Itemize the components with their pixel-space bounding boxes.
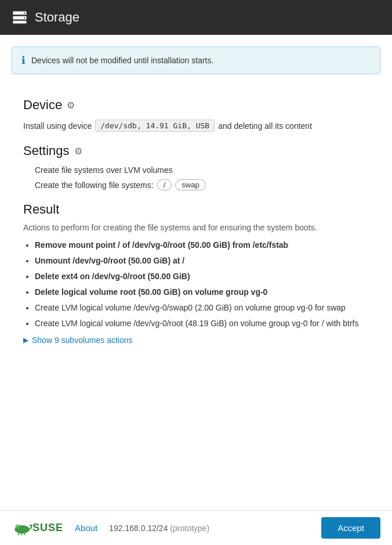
info-text: Devices will not be modified until insta… [31, 56, 213, 65]
storage-icon [12, 9, 28, 26]
about-link[interactable]: About [75, 523, 97, 533]
fs-badge-root: / [157, 179, 172, 190]
settings-gear-icon[interactable]: ⚙ [74, 146, 82, 157]
header: Storage [0, 0, 392, 35]
chameleon-icon [12, 521, 32, 535]
device-title: Device [23, 98, 62, 113]
settings-item-lvm-text: Create file systems over LVM volumes [35, 165, 173, 175]
footer: SUSE About 192.168.0.12/24 (prototype) A… [0, 510, 392, 545]
result-item-3: Delete ext4 on /dev/vg-0/root (50.00 GiB… [35, 270, 369, 283]
suse-logo: SUSE [12, 521, 63, 535]
page-title: Storage [35, 10, 79, 25]
svg-line-11 [24, 533, 25, 535]
suse-text: SUSE [32, 522, 63, 534]
result-item-2: Unmount /dev/vg-0/root (50.00 GiB) at / [35, 255, 369, 267]
device-gear-icon[interactable]: ⚙ [67, 100, 75, 111]
result-item-1: Remove mount point / of /dev/vg-0/root (… [35, 239, 369, 251]
settings-item-fs-text: Create the following file systems: [35, 181, 154, 190]
show-more-button[interactable]: ▶ Show 9 subvolumes actions [23, 335, 369, 345]
result-item-6: Create LVM logical volume /dev/vg-0/root… [35, 317, 369, 330]
fs-badge-swap: swap [175, 179, 205, 190]
result-list: Remove mount point / of /dev/vg-0/root (… [23, 239, 369, 330]
result-description: Actions to perform for creating the file… [23, 223, 369, 232]
svg-rect-2 [13, 21, 26, 24]
show-more-label: Show 9 subvolumes actions [32, 335, 133, 345]
main-content: Device ⚙ Install using device /dev/sdb, … [0, 80, 392, 356]
result-title: Result [23, 202, 369, 217]
settings-title: Settings [23, 143, 70, 158]
footer-ip: 192.168.0.12/24 (prototype) [109, 524, 321, 533]
svg-line-10 [21, 533, 22, 535]
accept-button[interactable]: Accept [321, 517, 380, 539]
info-banner: ℹ Devices will not be modified until ins… [12, 46, 380, 74]
settings-section-header: Settings ⚙ [23, 143, 369, 158]
device-badge: /dev/sdb, 14.91 GiB, USB [95, 120, 215, 132]
svg-point-3 [24, 12, 25, 13]
result-item-5: Create LVM logical volume /dev/vg-0/swap… [35, 302, 369, 314]
result-item-4: Delete logical volume root (50.00 GiB) o… [35, 286, 369, 298]
device-section-header: Device ⚙ [23, 98, 369, 113]
install-label: Install using device [23, 121, 92, 131]
svg-line-9 [18, 532, 19, 535]
settings-item-fs: Create the following file systems: / swa… [35, 179, 369, 190]
svg-point-4 [24, 17, 25, 18]
ip-address: 192.168.0.12/24 [109, 524, 168, 533]
install-suffix: and deleting all its content [218, 121, 312, 131]
info-icon: ℹ [21, 54, 26, 67]
svg-point-6 [16, 524, 20, 528]
settings-list: Create file systems over LVM volumes Cre… [23, 165, 369, 190]
chevron-right-icon: ▶ [23, 336, 28, 344]
ip-prototype-label: (prototype) [170, 524, 209, 533]
settings-item-lvm: Create file systems over LVM volumes [35, 165, 369, 175]
install-line: Install using device /dev/sdb, 14.91 GiB… [23, 120, 369, 132]
svg-point-8 [16, 525, 17, 525]
